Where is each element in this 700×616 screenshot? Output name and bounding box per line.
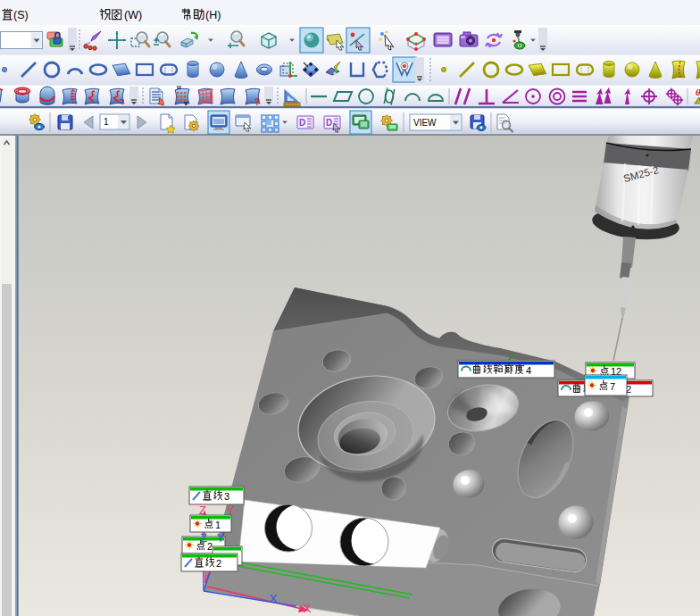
- svg-text:θ: θ: [696, 87, 700, 97]
- svg-text:7: 7: [610, 381, 615, 392]
- svg-text:1: 1: [215, 520, 221, 530]
- svg-text:D: D: [326, 118, 332, 128]
- svg-text:X: X: [304, 602, 312, 615]
- svg-text:Y: Y: [217, 531, 225, 545]
- svg-text:?: ?: [254, 97, 260, 107]
- svg-text:1: 1: [104, 117, 109, 127]
- svg-text:2: 2: [207, 541, 212, 552]
- svg-text:D: D: [299, 118, 305, 128]
- svg-text:X: X: [270, 592, 278, 605]
- svg-text:VIEW: VIEW: [413, 118, 437, 128]
- svg-text:2: 2: [216, 558, 221, 569]
- svg-text:3: 3: [224, 491, 229, 502]
- svg-text:u: u: [177, 83, 181, 91]
- svg-text:?: ?: [120, 97, 125, 106]
- svg-text:Z: Z: [200, 531, 207, 545]
- svg-text:(H): (H): [205, 9, 221, 21]
- svg-text:(W): (W): [124, 9, 142, 21]
- svg-text:(S): (S): [13, 9, 29, 21]
- svg-text:4: 4: [526, 365, 531, 376]
